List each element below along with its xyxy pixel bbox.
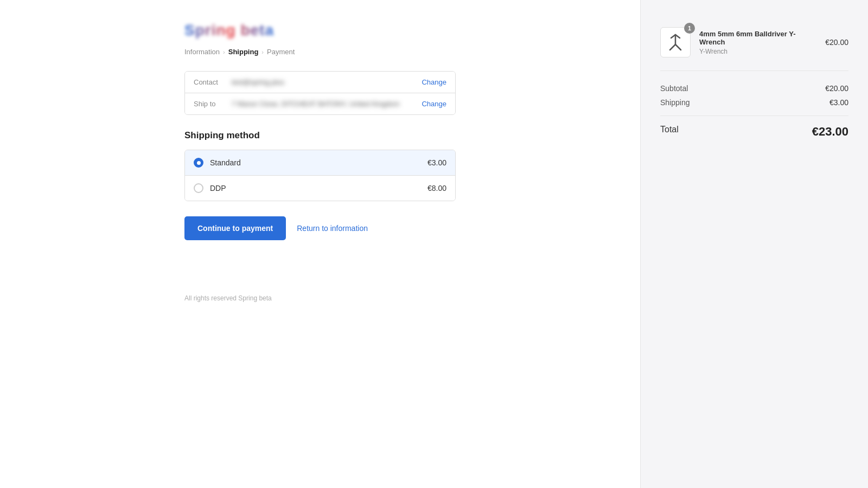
option-standard-price: €3.00: [427, 158, 446, 167]
contact-change-link[interactable]: Change: [422, 78, 446, 86]
breadcrumb-sep-1: ›: [223, 49, 225, 55]
option-ddp-price: €8.00: [427, 184, 446, 192]
right-panel: 1 4mm 5mm 6mm Balldriver Y-Wrench Y-Wren…: [640, 0, 868, 488]
item-variant: Y-Wrench: [699, 48, 816, 55]
shipping-options: Standard €3.00 DDP €8.00: [184, 150, 456, 201]
shipto-label: Ship to: [194, 100, 232, 108]
breadcrumb-sep-2: ›: [261, 49, 264, 55]
shipping-method-title: Shipping method: [184, 130, 456, 141]
total-label: Total: [660, 125, 679, 139]
y-wrench-icon: [666, 33, 685, 52]
svg-line-1: [670, 44, 675, 50]
total-row: Total €23.00: [660, 115, 848, 139]
radio-standard: [194, 158, 203, 168]
actions: Continue to payment Return to informatio…: [184, 216, 456, 240]
contact-label: Contact: [194, 78, 232, 86]
item-image-wrap: 1: [660, 27, 691, 57]
shipping-option-ddp[interactable]: DDP €8.00: [185, 175, 455, 201]
item-name: 4mm 5mm 6mm Balldriver Y-Wrench: [699, 30, 816, 46]
left-panel: Spring beta Information › Shipping › Pay…: [0, 0, 640, 488]
breadcrumb-shipping: Shipping: [228, 48, 259, 56]
item-quantity-badge: 1: [684, 23, 695, 34]
shipping-row: Shipping €3.00: [660, 98, 848, 107]
radio-standard-inner: [197, 161, 201, 165]
continue-to-payment-button[interactable]: Continue to payment: [184, 216, 286, 240]
order-item: 1 4mm 5mm 6mm Balldriver Y-Wrench Y-Wren…: [660, 27, 848, 71]
option-ddp-name: DDP: [210, 184, 427, 192]
shipping-option-standard[interactable]: Standard €3.00: [185, 150, 455, 175]
item-price: €20.00: [825, 38, 848, 47]
brand-name: Spring beta: [184, 22, 274, 39]
subtotal-label: Subtotal: [660, 84, 688, 93]
shipping-cost-value: €3.00: [829, 98, 848, 107]
breadcrumb-payment: Payment: [267, 48, 295, 56]
subtotal-value: €20.00: [825, 84, 848, 93]
subtotal-row: Subtotal €20.00: [660, 84, 848, 93]
shipping-cost-label: Shipping: [660, 98, 690, 107]
radio-ddp: [194, 183, 203, 193]
info-box: Contact test@spring.plus Change Ship to …: [184, 71, 456, 115]
contact-value: test@spring.plus: [232, 78, 422, 86]
breadcrumb-information: Information: [184, 48, 220, 56]
return-to-information-link[interactable]: Return to information: [297, 224, 368, 233]
footer-text: All rights reserved Spring beta: [184, 262, 456, 302]
breadcrumb: Information › Shipping › Payment: [184, 48, 456, 56]
total-value: €23.00: [812, 125, 848, 139]
svg-line-2: [675, 44, 681, 50]
brand-logo: Spring beta: [184, 22, 456, 39]
left-inner: Spring beta Information › Shipping › Pay…: [184, 22, 456, 302]
summary-rows: Subtotal €20.00 Shipping €3.00: [660, 84, 848, 107]
option-standard-name: Standard: [210, 158, 427, 167]
item-details: 4mm 5mm 6mm Balldriver Y-Wrench Y-Wrench: [699, 30, 816, 55]
shipto-value: 7 Manor Close, DITCHEAT BATONY, United K…: [232, 100, 422, 108]
shipto-change-link[interactable]: Change: [422, 100, 446, 108]
contact-row: Contact test@spring.plus Change: [185, 72, 455, 93]
shipto-row: Ship to 7 Manor Close, DITCHEAT BATONY, …: [185, 93, 455, 114]
